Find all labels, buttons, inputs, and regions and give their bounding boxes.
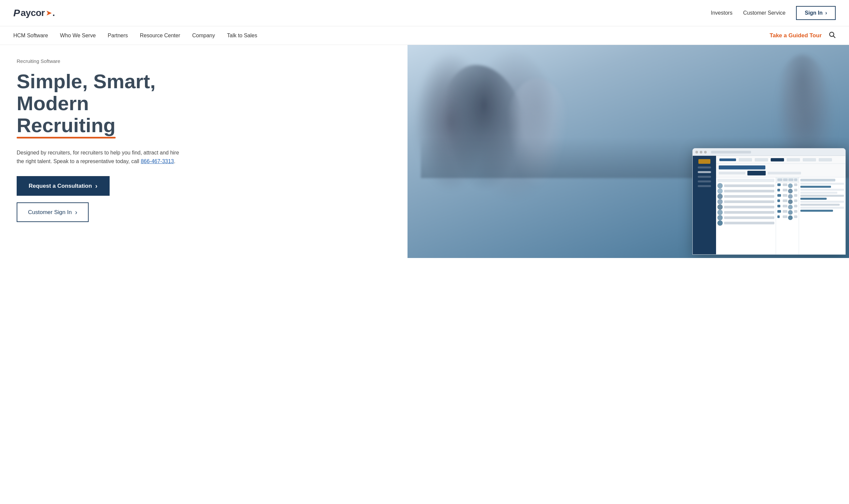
mockup-data-row-7 — [777, 215, 797, 220]
right-panel-header — [800, 179, 835, 181]
screenshot-mockup — [692, 148, 846, 255]
phone-link[interactable]: 866-467-3313 — [141, 159, 174, 164]
cell-1-4 — [794, 183, 797, 186]
col-h-1 — [777, 178, 782, 181]
rp-row-3 — [800, 189, 844, 191]
cell-6-4 — [794, 210, 797, 213]
sign-in-button[interactable]: Sign In › — [796, 6, 836, 20]
logo[interactable]: P aycor ➤ . — [13, 7, 55, 19]
svg-line-1 — [833, 36, 835, 38]
sidebar-item-2 — [698, 171, 711, 173]
list-row-2 — [717, 188, 774, 194]
list-row-1 — [717, 183, 774, 188]
mockup-data-row-3 — [777, 194, 797, 199]
rp-row-7 — [800, 201, 844, 203]
mockup-data-row-4 — [777, 199, 797, 204]
mockup-right-panel — [799, 177, 845, 254]
cell-4-1 — [777, 199, 780, 202]
rp-row-9 — [800, 207, 844, 209]
sidebar-item-5 — [698, 185, 711, 187]
top-right-nav: Investors Customer Service Sign In › — [711, 6, 836, 20]
sign-in-arrow-icon: › — [825, 10, 827, 16]
nav-who-we-serve[interactable]: Who We Serve — [60, 33, 96, 39]
nav-partners[interactable]: Partners — [108, 33, 127, 39]
mockup-table-area — [716, 177, 845, 254]
cell-6-1 — [777, 210, 781, 213]
list-row-8 — [717, 220, 774, 226]
list-row-7 — [717, 215, 774, 220]
mockup-tab-4 — [787, 158, 800, 161]
list-row-5 — [717, 204, 774, 210]
nav-talk-to-sales[interactable]: Talk to Sales — [227, 33, 257, 39]
hero-title-line1: Simple, Smart, — [17, 71, 391, 92]
mockup-logo-area — [720, 159, 736, 161]
sidebar-item-1 — [698, 166, 711, 168]
sidebar-item-3 — [698, 176, 711, 178]
mockup-dot-3 — [704, 151, 707, 154]
cell-5-1 — [777, 205, 780, 208]
request-consultation-button[interactable]: Request a Consultation › — [17, 176, 110, 196]
hero-label: Recruiting Software — [17, 58, 391, 64]
investors-link[interactable]: Investors — [711, 10, 732, 16]
hero-section: Recruiting Software Simple, Smart, Moder… — [0, 45, 849, 258]
list-row-3 — [717, 194, 774, 199]
mockup-tab-2 — [755, 158, 768, 161]
mockup-data-row-5 — [777, 205, 797, 210]
cell-5-2 — [783, 205, 787, 208]
nav-hcm-software[interactable]: HCM Software — [13, 33, 48, 39]
list-header — [717, 179, 774, 182]
mockup-list-col — [716, 177, 776, 254]
rp-row-4 — [800, 192, 837, 194]
cell-1-2 — [783, 183, 787, 186]
cell-2-1 — [777, 189, 780, 192]
logo-aycor: aycor — [21, 8, 45, 18]
mockup-data-row-1 — [777, 183, 797, 188]
mockup-address-bar — [711, 151, 751, 154]
mockup-tab-1 — [739, 158, 752, 161]
cell-6-2 — [783, 210, 787, 213]
col-h-4 — [794, 178, 797, 181]
mockup-main-col — [776, 177, 799, 254]
nav-right: Take a Guided Tour — [770, 31, 836, 40]
logo-arrow-icon: ➤ — [46, 9, 52, 17]
rp-row-10 — [800, 210, 833, 212]
cell-7-2 — [783, 215, 787, 218]
cell-3-4 — [794, 194, 797, 197]
mockup-subtitle — [719, 172, 745, 175]
cell-3-2 — [783, 194, 787, 197]
rp-row-5 — [800, 195, 844, 197]
rp-row-6 — [800, 198, 827, 200]
rp-row-2 — [800, 186, 831, 188]
hero-description: Designed by recruiters, for recruiters t… — [17, 148, 183, 165]
customer-service-link[interactable]: Customer Service — [743, 10, 785, 16]
mockup-tab-6 — [819, 158, 832, 161]
hero-title-line3: Recruiting — [17, 114, 116, 137]
nav-resource-center[interactable]: Resource Center — [140, 33, 180, 39]
cell-1-1 — [777, 183, 781, 186]
hero-right — [408, 45, 849, 258]
nav-bar: HCM Software Who We Serve Partners Resou… — [0, 26, 849, 45]
mockup-title — [719, 165, 765, 169]
mockup-content — [716, 156, 845, 254]
mockup-tab-3 — [771, 158, 784, 161]
guided-tour-link[interactable]: Take a Guided Tour — [770, 32, 822, 39]
nav-company[interactable]: Company — [192, 33, 215, 39]
cell-4-4 — [794, 199, 797, 202]
sidebar-item-4 — [698, 180, 711, 182]
cell-7-1 — [777, 215, 780, 218]
mockup-dot-1 — [695, 151, 698, 154]
rp-row-1 — [800, 183, 844, 185]
search-icon[interactable] — [828, 31, 836, 40]
cell-3-1 — [777, 194, 781, 197]
mockup-dot-2 — [700, 151, 703, 154]
mockup-data-row-6 — [777, 210, 797, 215]
hero-title: Simple, Smart, Modern Recruiting — [17, 71, 391, 137]
customer-sign-in-button[interactable]: Customer Sign In › — [17, 202, 89, 222]
rp-row-8 — [800, 204, 840, 206]
col-h-2 — [783, 178, 788, 181]
list-row-6 — [717, 210, 774, 215]
logo-p: P — [13, 7, 20, 19]
mockup-cta-btn — [747, 171, 766, 176]
cell-5-4 — [794, 205, 797, 208]
cell-7-4 — [794, 215, 797, 218]
